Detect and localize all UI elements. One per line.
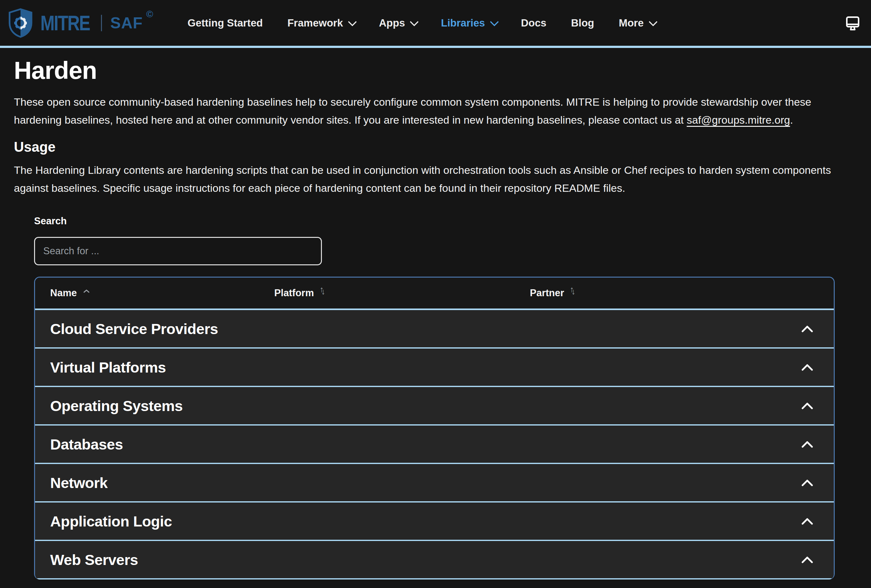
brand-divider (101, 15, 102, 31)
table-header-row: Name Platform ↑↓ Partner ↑↓ (35, 278, 834, 310)
chevron-up-icon (801, 401, 814, 410)
intro-paragraph: These open source community-based harden… (14, 93, 857, 129)
monitor-icon (844, 14, 862, 32)
usage-heading: Usage (14, 139, 857, 155)
chevron-up-icon (801, 440, 814, 448)
section-row-virtual-platforms[interactable]: Virtual Platforms (35, 349, 834, 387)
section-row-network[interactable]: Network (35, 464, 834, 503)
top-navigation: MITRE SAF © Getting Started Framework Ap… (0, 0, 871, 48)
search-label: Search (34, 215, 857, 227)
usage-paragraph: The Hardening Library contents are harde… (14, 161, 857, 197)
chevron-down-icon (410, 17, 419, 26)
main-content: Harden These open source community-based… (0, 56, 871, 579)
nav-item-apps[interactable]: Apps (379, 17, 416, 29)
sort-ascending-icon (82, 287, 91, 296)
column-header-partner[interactable]: Partner ↑↓ (530, 287, 819, 299)
search-section: Search (34, 215, 857, 265)
nav-item-more[interactable]: More (619, 17, 655, 29)
search-input[interactable] (34, 237, 322, 265)
page-title: Harden (14, 56, 857, 85)
nav-item-blog[interactable]: Blog (571, 17, 594, 29)
chevron-down-icon (348, 17, 356, 26)
contact-email-link[interactable]: saf@groups.mitre.org (687, 114, 790, 126)
saf-home-logo[interactable]: MITRE SAF © (7, 8, 153, 38)
chevron-up-icon (801, 479, 814, 487)
column-header-platform[interactable]: Platform ↑↓ (274, 287, 530, 299)
nav-item-getting-started[interactable]: Getting Started (187, 17, 263, 29)
mitre-wordmark: MITRE (40, 11, 90, 35)
nav-item-libraries[interactable]: Libraries (441, 17, 496, 29)
nav-item-docs[interactable]: Docs (521, 17, 546, 29)
section-row-operating-systems[interactable]: Operating Systems (35, 387, 834, 425)
section-row-cloud-service-providers[interactable]: Cloud Service Providers (35, 310, 834, 349)
mitre-shield-gear-icon (7, 8, 34, 38)
section-row-web-servers[interactable]: Web Servers (35, 541, 834, 579)
sort-both-icon: ↑↓ (570, 285, 573, 294)
chevron-up-icon (801, 517, 814, 525)
saf-wordmark: SAF © (110, 14, 153, 32)
chevron-up-icon (801, 325, 814, 333)
nav-menu: Getting Started Framework Apps Libraries… (187, 17, 655, 29)
chevron-up-icon (801, 363, 814, 371)
nav-item-framework[interactable]: Framework (287, 17, 355, 29)
column-header-name[interactable]: Name (50, 287, 274, 299)
copyright-mark: © (146, 9, 153, 19)
hardening-library-table: Name Platform ↑↓ Partner ↑↓ Cloud Servic… (34, 277, 835, 579)
section-row-databases[interactable]: Databases (35, 425, 834, 464)
section-row-application-logic[interactable]: Application Logic (35, 503, 834, 541)
chevron-down-icon (648, 17, 657, 26)
chevron-down-icon (490, 17, 498, 26)
chevron-up-icon (801, 555, 814, 564)
sort-both-icon: ↑↓ (320, 285, 323, 294)
theme-toggle-button[interactable] (844, 14, 862, 32)
